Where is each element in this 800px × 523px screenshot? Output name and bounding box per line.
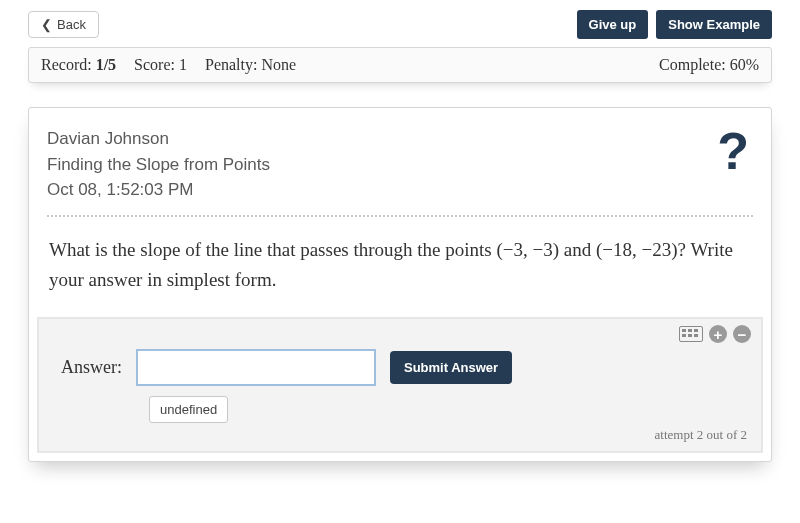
- timestamp: Oct 08, 1:52:03 PM: [47, 177, 270, 203]
- status-bar: Record: 1/5 Score: 1 Penalty: None Compl…: [28, 47, 772, 83]
- keyboard-icon[interactable]: [679, 326, 703, 342]
- answer-label: Answer:: [61, 357, 122, 378]
- question-card: Davian Johnson Finding the Slope from Po…: [28, 107, 772, 462]
- attempt-text: attempt 2 out of 2: [53, 427, 747, 443]
- answer-area: + − Answer: Submit Answer undefined atte…: [37, 317, 763, 453]
- meta-row: Davian Johnson Finding the Slope from Po…: [47, 126, 753, 203]
- top-right-buttons: Give up Show Example: [577, 10, 772, 39]
- divider: [47, 215, 753, 217]
- remove-step-icon[interactable]: −: [733, 325, 751, 343]
- undefined-button[interactable]: undefined: [149, 396, 228, 423]
- add-step-icon[interactable]: +: [709, 325, 727, 343]
- back-label: Back: [57, 17, 86, 32]
- help-icon[interactable]: ?: [717, 126, 753, 175]
- back-button[interactable]: ❮ Back: [28, 11, 99, 38]
- score-stat: Score: 1: [134, 56, 187, 74]
- give-up-button[interactable]: Give up: [577, 10, 649, 39]
- student-name: Davian Johnson: [47, 126, 270, 152]
- show-example-button[interactable]: Show Example: [656, 10, 772, 39]
- status-left: Record: 1/5 Score: 1 Penalty: None: [41, 56, 296, 74]
- chevron-left-icon: ❮: [41, 17, 52, 32]
- answer-input[interactable]: [136, 349, 376, 386]
- penalty-stat: Penalty: None: [205, 56, 296, 74]
- point-1: (−3, −3): [496, 239, 559, 260]
- topbar: ❮ Back Give up Show Example: [0, 0, 800, 47]
- question-text: What is the slope of the line that passe…: [47, 235, 753, 318]
- answer-row: Answer: Submit Answer: [53, 349, 747, 386]
- meta-block: Davian Johnson Finding the Slope from Po…: [47, 126, 270, 203]
- undefined-row: undefined: [149, 396, 747, 423]
- submit-answer-button[interactable]: Submit Answer: [390, 351, 512, 384]
- point-2: (−18, −23): [596, 239, 678, 260]
- assignment-topic: Finding the Slope from Points: [47, 152, 270, 178]
- record-stat: Record: 1/5: [41, 56, 116, 74]
- tool-icons: + −: [679, 325, 751, 343]
- complete-stat: Complete: 60%: [659, 56, 759, 74]
